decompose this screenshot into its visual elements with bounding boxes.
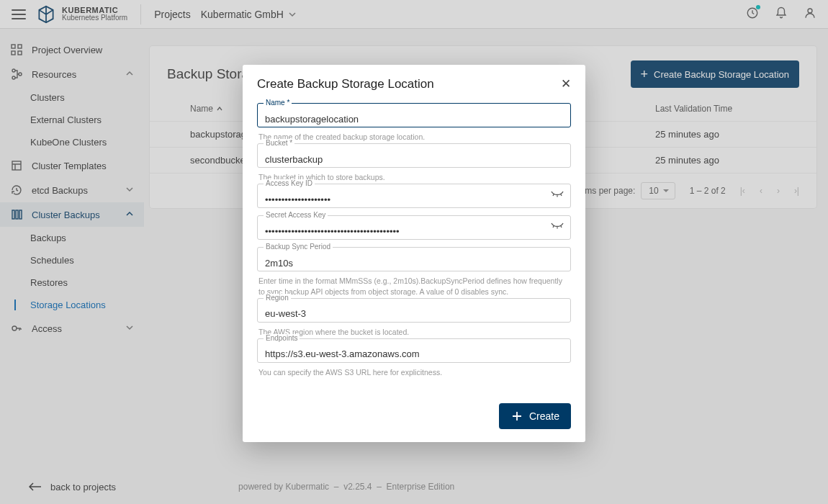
sync-hint: Enter time in the format MMmSSs (e.g., 2… bbox=[257, 273, 571, 297]
access-key-input[interactable] bbox=[257, 184, 571, 208]
bucket-field[interactable]: Bucket * bbox=[257, 143, 571, 168]
close-icon[interactable]: ✕ bbox=[561, 76, 571, 91]
endpoints-field[interactable]: Endpoints bbox=[257, 338, 571, 363]
bucket-label: Bucket * bbox=[264, 139, 294, 147]
plus-icon bbox=[510, 410, 523, 423]
sync-label: Backup Sync Period bbox=[264, 243, 333, 251]
secret-key-label: Secret Access Key bbox=[264, 211, 328, 219]
region-label: Region bbox=[264, 294, 291, 302]
name-input[interactable] bbox=[257, 103, 571, 127]
region-hint: The AWS region where the bucket is locat… bbox=[257, 324, 571, 338]
dialog-title: Create Backup Storage Location bbox=[257, 77, 434, 91]
name-field[interactable]: Name * bbox=[257, 103, 571, 127]
name-hint: The name of the created backup storage l… bbox=[257, 129, 571, 143]
modal-overlay[interactable]: Create Backup Storage Location ✕ Name * … bbox=[0, 0, 828, 504]
endpoints-hint: You can specify the AWS S3 URL here for … bbox=[257, 364, 571, 379]
name-label: Name * bbox=[264, 99, 292, 107]
access-key-label: Access Key ID bbox=[264, 179, 315, 187]
dialog-create-button[interactable]: Create bbox=[499, 403, 571, 429]
sync-input[interactable] bbox=[257, 247, 571, 271]
dialog-create-label: Create bbox=[529, 410, 559, 422]
access-key-field[interactable]: Access Key ID bbox=[257, 184, 571, 208]
endpoints-input[interactable] bbox=[257, 338, 571, 363]
endpoints-label: Endpoints bbox=[264, 334, 300, 342]
bucket-input[interactable] bbox=[257, 143, 571, 168]
secret-key-input[interactable] bbox=[257, 215, 571, 240]
region-input[interactable] bbox=[257, 298, 571, 323]
sync-field[interactable]: Backup Sync Period bbox=[257, 247, 571, 271]
eye-closed-icon[interactable] bbox=[551, 221, 564, 234]
eye-closed-icon[interactable] bbox=[551, 189, 564, 202]
region-field[interactable]: Region bbox=[257, 298, 571, 323]
create-bsl-dialog: Create Backup Storage Location ✕ Name * … bbox=[243, 65, 585, 442]
secret-key-field[interactable]: Secret Access Key bbox=[257, 215, 571, 240]
